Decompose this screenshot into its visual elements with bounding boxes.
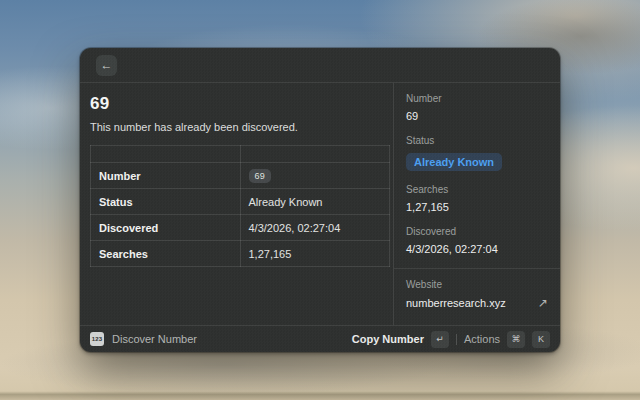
- footer-separator: [456, 334, 457, 345]
- copy-number-button[interactable]: Copy Number ↵: [352, 331, 449, 348]
- footer-actions: Copy Number ↵ Actions ⌘ K: [352, 331, 550, 348]
- website-url: numberresearch.xyz: [406, 297, 538, 309]
- external-link-icon[interactable]: ↗: [538, 296, 548, 310]
- row-value: 4/3/2026, 02:27:04: [240, 215, 390, 241]
- sidebar-divider: [394, 268, 560, 269]
- meta-value-discovered: 4/3/2026, 02:27:04: [406, 243, 548, 255]
- page-title: 69: [90, 94, 383, 114]
- row-label: Status: [91, 189, 241, 215]
- row-label: Searches: [91, 241, 241, 267]
- table-row-discovered: Discovered 4/3/2026, 02:27:04: [91, 215, 390, 241]
- website-label: Website: [406, 279, 548, 290]
- back-arrow-icon: ←: [101, 59, 113, 71]
- return-key-icon: ↵: [431, 331, 449, 348]
- meta-label-number: Number: [406, 93, 548, 104]
- table-row-searches: Searches 1,27,165: [91, 241, 390, 267]
- meta-value-number: 69: [406, 110, 548, 122]
- meta-value-searches: 1,27,165: [406, 201, 548, 213]
- table-row-number: Number 69: [91, 163, 390, 189]
- actions-button[interactable]: Actions ⌘ K: [464, 331, 550, 348]
- row-value: 69: [240, 163, 390, 189]
- copy-number-label: Copy Number: [352, 333, 424, 345]
- app-icon: 123: [90, 332, 104, 346]
- window-content: 69 This number has already been discover…: [80, 83, 560, 325]
- detail-panel: 69 This number has already been discover…: [80, 83, 393, 325]
- table-header-cell: [91, 146, 241, 163]
- meta-label-discovered: Discovered: [406, 226, 548, 237]
- table-header-row: [91, 146, 390, 163]
- command-key-icon: ⌘: [507, 331, 525, 348]
- website-link[interactable]: numberresearch.xyz ↗: [406, 296, 548, 310]
- app-window: ← 69 This number has already been discov…: [80, 48, 560, 352]
- table-row-status: Status Already Known: [91, 189, 390, 215]
- status-badge: Already Known: [406, 153, 502, 171]
- page-subtitle: This number has already been discovered.: [90, 121, 383, 133]
- row-label: Number: [91, 163, 241, 189]
- meta-label-searches: Searches: [406, 184, 548, 195]
- number-badge: 69: [249, 169, 272, 183]
- table-header-cell: [240, 146, 390, 163]
- detail-table: Number 69 Status Already Known Discovere…: [90, 145, 390, 267]
- row-value: 1,27,165: [240, 241, 390, 267]
- k-key-icon: K: [532, 331, 550, 348]
- window-header: ←: [80, 48, 560, 83]
- action-bar: 123 Discover Number Copy Number ↵ Action…: [80, 325, 560, 352]
- row-label: Discovered: [91, 215, 241, 241]
- app-name: Discover Number: [112, 333, 197, 345]
- metadata-panel: Number 69 Status Already Known Searches …: [393, 83, 560, 325]
- meta-label-status: Status: [406, 135, 548, 146]
- actions-label: Actions: [464, 333, 500, 345]
- row-value: Already Known: [240, 189, 390, 215]
- back-button[interactable]: ←: [96, 55, 117, 76]
